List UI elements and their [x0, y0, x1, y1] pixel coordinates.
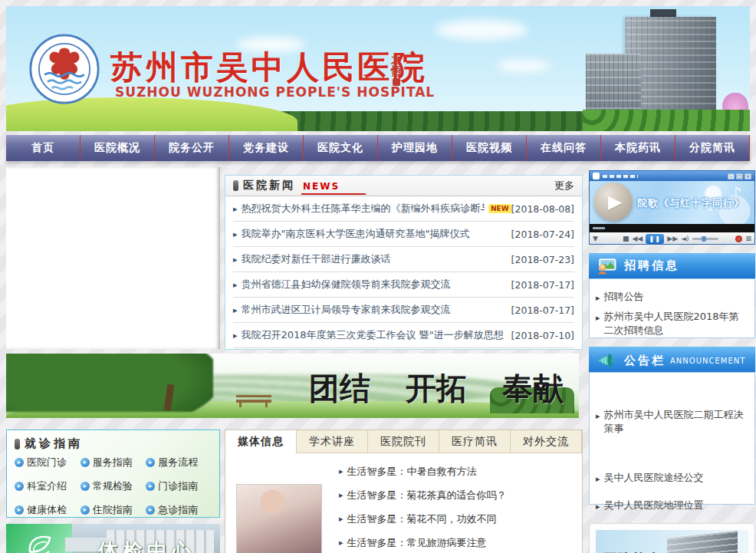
news-link[interactable]: 常州市武进区卫计局领导专家前来我院参观交流: [242, 303, 451, 317]
nav-item[interactable]: 在线问答: [527, 135, 601, 161]
stop-button[interactable]: ■: [623, 235, 629, 242]
checkup-banner[interactable]: 体检中心: [6, 524, 220, 553]
news-section: 医院新闻 NEWS 更多 ▸ 热烈祝贺大外科主任陈革华主编的《新编外科疾病诊断与…: [225, 175, 583, 350]
article-item: ▸ 生活智多星：菊花不同，功效不同: [339, 507, 574, 531]
article-item: ▸ 生活智多星：菊花茶真的适合你吗？: [339, 483, 574, 507]
announcement-item: ▸ 苏州市吴中人民医院二期工程决策事: [596, 408, 748, 436]
recruit-link[interactable]: 苏州市吴中人民医院2018年第二次招聘信息: [604, 310, 748, 337]
news-date: [2018-07-17]: [511, 279, 574, 291]
article-list: ▸ 生活智多星：中暑自救有方法 ▸ 生活智多星：菊花茶真的适合你吗？ ▸ 生活智…: [322, 459, 574, 553]
article-link[interactable]: 生活智多星：菊花茶真的适合你吗？: [347, 489, 507, 502]
intro-image: 医院简介: [596, 530, 748, 553]
hospital-logo: [29, 34, 100, 104]
nav-item[interactable]: 分院简讯: [675, 135, 750, 161]
article-link[interactable]: 生活智多星：常见旅游病要注意: [347, 536, 487, 550]
site-header: 苏州市吴中人民医院 SUZHOU WUZHONG PEOPLE'S HOSPIT…: [6, 6, 750, 131]
nav-item[interactable]: 党务建设: [229, 135, 304, 161]
volume-slider[interactable]: [692, 238, 718, 240]
circle-arrow-icon: ▸: [146, 505, 155, 515]
guide-link[interactable]: ▸ 急诊指南: [146, 503, 212, 517]
previous-button[interactable]: ◀◀: [632, 235, 643, 242]
calligraphy-seal: 之悟: [388, 54, 405, 86]
triangle-bullet-icon: ▸: [339, 466, 343, 476]
maximize-icon[interactable]: □: [736, 173, 743, 179]
tree-decoration: [6, 354, 213, 412]
tab[interactable]: 对外交流: [511, 430, 582, 453]
news-date: [2018-07-23]: [511, 254, 574, 265]
circle-arrow-icon: ▸: [81, 458, 90, 467]
news-date: [2018-08-08]: [511, 203, 574, 215]
news-link[interactable]: 热烈祝贺大外科主任陈革华主编的《新编外科疾病诊断与治: [242, 202, 485, 216]
new-badge: NEW: [488, 204, 511, 213]
guide-link-label: 急诊指南: [158, 503, 198, 517]
slideshow-placeholder[interactable]: [6, 167, 220, 349]
player-infobar: [590, 224, 754, 232]
triangle-bullet-icon: ▸: [233, 331, 238, 341]
guide-link[interactable]: ▸ 科室介绍: [15, 479, 81, 493]
guide-link[interactable]: ▸ 健康体检: [15, 503, 81, 517]
nav-item[interactable]: 医院文化: [304, 135, 378, 161]
nav-item[interactable]: 本院药讯: [601, 135, 675, 161]
guide-link-label: 服务流程: [158, 456, 198, 469]
record-button[interactable]: [735, 235, 742, 242]
nav-item[interactable]: 医院视频: [452, 135, 527, 161]
pause-button[interactable]: ❚❚: [646, 234, 664, 244]
news-link[interactable]: 贵州省德江县妇幼保健院领导前来我院参观交流: [242, 278, 451, 291]
tab[interactable]: 学术讲座: [297, 430, 368, 453]
news-more-link[interactable]: 更多: [554, 179, 574, 193]
announcement-link[interactable]: 苏州市吴中人民医院二期工程决策事: [604, 408, 748, 436]
guide-link[interactable]: ▸ 服务指南: [81, 456, 146, 469]
article-link[interactable]: 生活智多星：中暑自救有方法: [347, 465, 477, 479]
guide-link[interactable]: ▸ 医院门诊: [15, 456, 81, 469]
tab[interactable]: 媒体信息: [225, 430, 297, 453]
guide-link[interactable]: ▸ 服务流程: [146, 456, 212, 469]
tab[interactable]: 医院院刊: [368, 430, 439, 453]
guide-link[interactable]: ▸ 门诊指南: [146, 479, 212, 493]
article-link[interactable]: 生活智多星：菊花不同，功效不同: [347, 512, 497, 526]
guide-link-label: 医院门诊: [27, 456, 67, 469]
close-icon[interactable]: ×: [744, 173, 751, 179]
fullscreen-button[interactable]: ⊠: [745, 235, 751, 242]
guide-header: 就诊指南: [7, 430, 219, 453]
nav-item[interactable]: 护理园地: [378, 135, 452, 161]
news-item: ▸ 我院纪委对新任干部进行廉政谈话 NEW [2018-07-23]: [233, 247, 574, 272]
news-item: ▸ 贵州省德江县妇幼保健院领导前来我院参观交流 NEW [2018-07-17]: [233, 272, 574, 298]
player-controls: ▼ ■ ◀◀ ❚❚ ▶▶ ◄) ⊠: [590, 232, 754, 245]
guide-link[interactable]: ▸ 常规检验: [81, 479, 146, 493]
recruit-link[interactable]: 招聘公告: [604, 290, 644, 305]
circle-arrow-icon: ▸: [81, 505, 90, 515]
guide-link-label: 住院指南: [93, 503, 133, 517]
slogan-word: 奉献: [502, 367, 564, 410]
news-title-en: NEWS: [301, 181, 366, 195]
announcement-title: 公告栏: [624, 354, 666, 368]
nav-item[interactable]: 院务公开: [155, 135, 229, 161]
announcement-header: 公告栏 ANNOUNCEMENT: [589, 347, 755, 374]
play-icon: ▶: [608, 191, 622, 212]
player-title-text: [603, 175, 638, 178]
tab[interactable]: 医疗简讯: [439, 430, 511, 453]
announcement-link[interactable]: 吴中人民医院途经公交: [604, 471, 704, 486]
news-item: ▸ 我院召开2018年度第三次党委工作会议 暨"进一步解放思想 NEW [201…: [233, 323, 574, 348]
hospital-intro-card[interactable]: 医院简介: [589, 523, 755, 553]
leaf-swirl-icon: [24, 533, 54, 553]
news-link[interactable]: 我院召开2018年度第三次党委工作会议 暨"进一步解放思想: [242, 328, 504, 342]
nav-item[interactable]: 医院概况: [81, 135, 155, 161]
news-link[interactable]: 我院举办"南京医科大学医患沟通研究基地"揭牌仪式: [242, 227, 470, 241]
minimize-icon[interactable]: –: [728, 173, 735, 179]
nav-item[interactable]: 首页: [6, 135, 81, 161]
news-link[interactable]: 我院纪委对新任干部进行廉政谈话: [242, 252, 391, 266]
play-button[interactable]: ▶: [594, 183, 633, 221]
megaphone-icon: [597, 352, 616, 369]
triangle-bullet-icon: ▸: [233, 255, 238, 265]
menu-button[interactable]: ▼: [593, 235, 598, 242]
announcement-link[interactable]: 吴中人民医院地理位置: [604, 499, 704, 514]
guide-link[interactable]: ▸ 住院指南: [81, 503, 146, 517]
recruit-item: ▸ 苏州市吴中人民医院2018年第二次招聘信息: [596, 310, 748, 337]
tab-content: ▸ 生活智多星：中暑自救有方法 ▸ 生活智多星：菊花茶真的适合你吗？ ▸ 生活智…: [225, 453, 582, 553]
news-item: ▸ 热烈祝贺大外科主任陈革华主编的《新编外科疾病诊断与治 NEW [2018-0…: [233, 196, 574, 222]
volume-icon[interactable]: ◄): [681, 235, 689, 242]
next-button[interactable]: ▶▶: [667, 235, 678, 242]
player-viewport: ♪ ♫ ▶ 院歌《与红十字同行》: [590, 181, 754, 224]
video-caption: 院歌《与红十字同行》: [637, 196, 744, 210]
guide-link-label: 科室介绍: [27, 479, 67, 493]
